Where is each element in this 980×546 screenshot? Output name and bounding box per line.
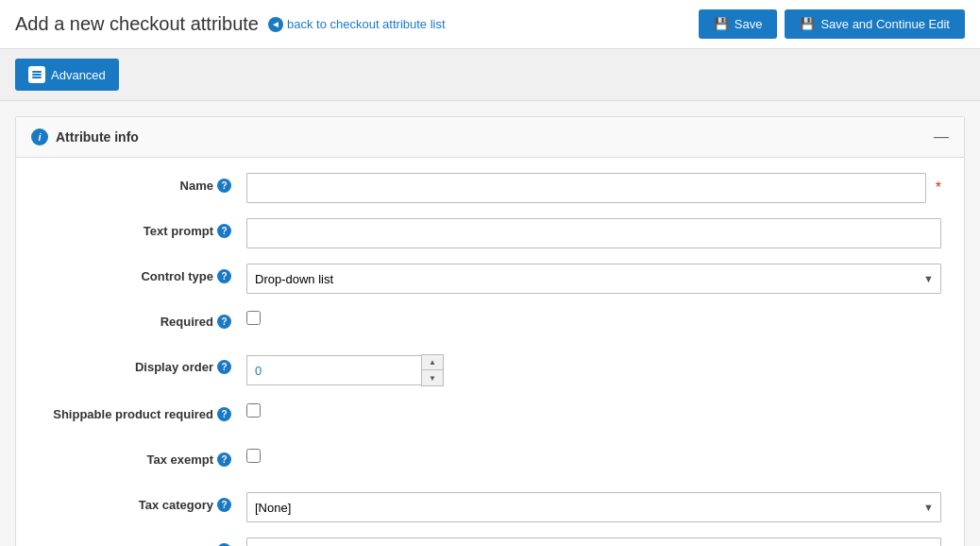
tax-exempt-row: Tax exempt ?	[39, 447, 941, 477]
page-header: Add a new checkout attribute ◄ back to c…	[0, 0, 980, 49]
advanced-label: Advanced	[51, 68, 106, 82]
name-control-wrap: *	[246, 173, 941, 203]
text-prompt-control-wrap	[246, 218, 941, 248]
display-order-label: Display order ?	[39, 354, 246, 374]
shippable-checkbox[interactable]	[246, 403, 261, 418]
form-body: Name ? * Text prompt ?	[16, 158, 964, 546]
tax-exempt-control-wrap	[246, 447, 941, 463]
display-order-spinner: ▲ ▼	[421, 354, 444, 386]
shippable-label: Shippable product required ?	[39, 401, 246, 421]
display-order-up[interactable]: ▲	[422, 355, 443, 370]
save-label: Save	[735, 17, 763, 31]
required-checkbox[interactable]	[246, 311, 261, 325]
control-type-help-icon[interactable]: ?	[217, 269, 231, 283]
default-value-control-wrap	[246, 537, 941, 546]
info-icon: i	[31, 128, 48, 145]
control-type-select[interactable]: Drop-down list Radio list Checkboxes Tex…	[246, 264, 941, 294]
text-prompt-input[interactable]	[246, 218, 941, 248]
tax-category-help-icon[interactable]: ?	[217, 498, 231, 512]
advanced-button[interactable]: Advanced	[15, 59, 119, 91]
shippable-help-icon[interactable]: ?	[217, 407, 231, 421]
display-order-down[interactable]: ▼	[422, 370, 443, 385]
shippable-row: Shippable product required ?	[39, 401, 941, 432]
tax-exempt-help-icon[interactable]: ?	[217, 452, 231, 467]
control-type-row: Control type ? Drop-down list Radio list…	[39, 264, 941, 294]
name-help-icon[interactable]: ?	[217, 179, 231, 193]
name-row: Name ? *	[39, 173, 941, 203]
required-row: Required ?	[39, 309, 941, 339]
name-input[interactable]	[246, 173, 926, 203]
control-type-select-wrapper: Drop-down list Radio list Checkboxes Tex…	[246, 264, 941, 294]
display-order-help-icon[interactable]: ?	[217, 360, 231, 374]
control-type-label: Control type ?	[39, 264, 246, 283]
control-type-control-wrap: Drop-down list Radio list Checkboxes Tex…	[246, 264, 941, 294]
default-value-label: Default value ?	[39, 537, 246, 546]
tax-category-select-wrapper: [None] ▼	[246, 492, 941, 522]
collapse-icon[interactable]: —	[934, 128, 949, 145]
back-link[interactable]: ◄ back to checkout attribute list	[268, 17, 446, 32]
save-continue-icon: 💾	[800, 17, 815, 31]
main-content: i Attribute info — Name ? * Te	[0, 101, 980, 546]
required-label: Required ?	[39, 309, 246, 329]
advanced-icon	[28, 66, 45, 83]
back-link-text: back to checkout attribute list	[287, 17, 446, 31]
text-prompt-row: Text prompt ?	[39, 218, 941, 248]
text-prompt-label: Text prompt ?	[39, 218, 246, 238]
toolbar: Advanced	[0, 49, 980, 101]
save-continue-button[interactable]: 💾 Save and Continue Edit	[785, 9, 965, 39]
default-value-row: Default value ?	[39, 537, 941, 546]
display-order-control-wrap: ▲ ▼	[246, 354, 941, 386]
name-label: Name ?	[39, 173, 246, 193]
tax-category-label: Tax category ?	[39, 492, 246, 512]
display-order-input[interactable]	[246, 355, 421, 385]
text-prompt-help-icon[interactable]: ?	[217, 224, 231, 238]
panel-header-left: i Attribute info	[31, 128, 139, 145]
name-required: *	[936, 179, 941, 196]
tax-exempt-label: Tax exempt ?	[39, 447, 246, 467]
default-value-input[interactable]	[246, 537, 941, 546]
header-buttons: 💾 Save 💾 Save and Continue Edit	[699, 9, 965, 39]
tax-exempt-checkbox[interactable]	[246, 449, 261, 463]
save-button[interactable]: 💾 Save	[699, 9, 778, 39]
required-help-icon[interactable]: ?	[217, 315, 231, 329]
panel-title: Attribute info	[56, 129, 139, 145]
save-icon: 💾	[714, 17, 729, 31]
tax-category-select[interactable]: [None]	[246, 492, 941, 522]
save-continue-label: Save and Continue Edit	[820, 17, 950, 31]
page-title: Add a new checkout attribute	[15, 13, 259, 35]
required-control-wrap	[246, 309, 941, 325]
attribute-panel: i Attribute info — Name ? * Te	[15, 116, 965, 546]
shippable-control-wrap	[246, 401, 941, 418]
tax-category-control-wrap: [None] ▼	[246, 492, 941, 522]
panel-header: i Attribute info —	[16, 117, 964, 158]
tax-category-row: Tax category ? [None] ▼	[39, 492, 941, 522]
back-link-icon: ◄	[268, 17, 283, 32]
display-order-number-wrap: ▲ ▼	[246, 354, 435, 386]
display-order-row: Display order ? ▲ ▼	[39, 354, 941, 386]
header-left: Add a new checkout attribute ◄ back to c…	[15, 13, 446, 35]
